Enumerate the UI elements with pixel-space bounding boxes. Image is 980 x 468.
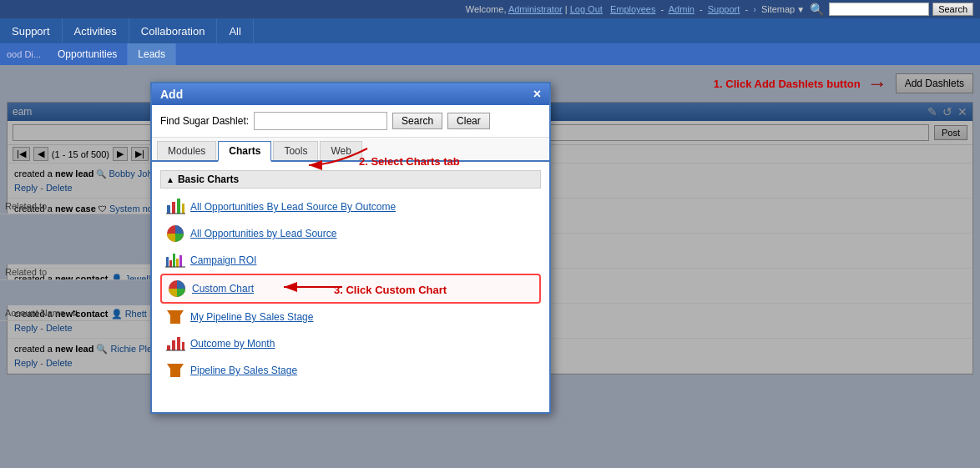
next-link: › — [753, 4, 756, 14]
funnel-icon-1 — [165, 307, 185, 327]
chart-link-3[interactable]: Campaign ROI — [190, 254, 256, 266]
svg-rect-2 — [177, 199, 180, 214]
bar-chart-icon-1 — [165, 197, 185, 217]
dashlet-search-input[interactable] — [254, 112, 387, 130]
admin-nav-link[interactable]: Admin — [669, 4, 695, 14]
svg-rect-17 — [182, 342, 184, 350]
sitemap-chevron-icon: ▼ — [796, 5, 805, 14]
svg-rect-16 — [177, 337, 180, 350]
main-content: 1. Click Add Dashlets button → Add Dashl… — [0, 65, 980, 468]
breadcrumb: ood Di... — [0, 43, 48, 65]
chart-link-2[interactable]: All Opportunities by Lead Source — [190, 228, 336, 239]
modal-title: Add — [160, 88, 183, 101]
chart-item-opp-by-lead-source-outcome[interactable]: All Opportunities By Lead Source By Outc… — [160, 194, 541, 220]
chart-item-custom-chart[interactable]: Custom Chart — [160, 274, 541, 304]
tab-charts[interactable]: Charts — [218, 141, 271, 162]
search-icon: 🔍 — [810, 3, 824, 16]
funnel-icon-2 — [165, 360, 185, 380]
support-link[interactable]: Support — [708, 4, 740, 14]
bar-chart-icon-3 — [165, 334, 185, 354]
chart-item-outcome-month[interactable]: Outcome by Month — [160, 330, 541, 357]
welcome-text: Welcome, Administrator | Log Out Employe… — [466, 4, 756, 14]
sub-item-leads[interactable]: Leads — [128, 43, 176, 65]
employees-link[interactable]: Employees — [610, 4, 655, 14]
top-search-area: Search — [829, 3, 973, 16]
top-bar: Welcome, Administrator | Log Out Employe… — [0, 0, 980, 18]
pie-chart-icon-1 — [165, 224, 185, 244]
modal-close-button[interactable]: × — [533, 88, 541, 101]
chart-item-pipeline-sales-stage-2[interactable]: Pipeline By Sales Stage — [160, 357, 541, 384]
tab-tools[interactable]: Tools — [273, 141, 318, 160]
sub-item-opportunities[interactable]: Opportunities — [48, 43, 128, 65]
modal-tabs: Modules Charts Tools Web — [152, 138, 549, 162]
svg-marker-19 — [167, 364, 184, 377]
sitemap-link[interactable]: Sitemap ▼ — [761, 4, 805, 14]
nav-item-all[interactable]: All — [217, 18, 253, 43]
modal-body: ▲ Basic Charts All Opportunities By Lead… — [152, 162, 549, 412]
svg-rect-15 — [172, 340, 175, 350]
chart-link-4[interactable]: Custom Chart — [192, 283, 254, 294]
modal-search-bar: Find Sugar Dashlet: Search Clear — [152, 105, 549, 138]
top-search-button[interactable]: Search — [932, 3, 973, 16]
tab-modules[interactable]: Modules — [157, 141, 216, 160]
svg-rect-3 — [182, 204, 184, 214]
svg-rect-7 — [169, 260, 172, 267]
basic-charts-section: ▲ Basic Charts — [160, 170, 541, 189]
chart-link-6[interactable]: Outcome by Month — [190, 338, 275, 350]
bar-chart-icon-2 — [165, 250, 185, 270]
svg-rect-9 — [176, 259, 179, 267]
chart-link-5[interactable]: My Pipeline By Sales Stage — [190, 311, 313, 323]
pie-chart-icon-custom — [167, 279, 187, 299]
dashlet-clear-button[interactable]: Clear — [447, 113, 490, 129]
svg-marker-13 — [167, 310, 184, 324]
chart-link-1[interactable]: All Opportunities By Lead Source By Outc… — [190, 201, 396, 213]
dashlet-search-button[interactable]: Search — [392, 113, 442, 129]
svg-rect-8 — [173, 254, 175, 267]
nav-bar: Support Activities Collaboration All — [0, 18, 980, 43]
search-label: Find Sugar Dashlet: — [160, 115, 249, 127]
nav-item-collaboration[interactable]: Collaboration — [129, 18, 218, 43]
collapse-arrow-icon: ▲ — [166, 175, 174, 184]
svg-rect-1 — [172, 202, 175, 214]
svg-rect-0 — [167, 205, 170, 214]
nav-item-activities[interactable]: Activities — [63, 18, 129, 43]
chart-item-pipeline-sales-stage[interactable]: My Pipeline By Sales Stage — [160, 304, 541, 330]
modal-title-bar: Add × — [152, 83, 549, 105]
sub-nav: ood Di... Opportunities Leads — [0, 43, 980, 65]
section-title: Basic Charts — [178, 174, 239, 185]
chart-link-7[interactable]: Pipeline By Sales Stage — [190, 365, 297, 376]
svg-rect-10 — [179, 255, 182, 267]
nav-item-support[interactable]: Support — [0, 18, 63, 43]
chart-item-opp-by-lead-source[interactable]: All Opportunities by Lead Source — [160, 220, 541, 247]
top-search-input[interactable] — [829, 3, 929, 16]
svg-rect-14 — [167, 345, 170, 350]
logout-link[interactable]: Log Out — [570, 4, 603, 14]
tab-web[interactable]: Web — [320, 141, 361, 160]
add-dashlet-modal: Add × Find Sugar Dashlet: Search Clear M… — [150, 82, 551, 414]
chart-item-campaign-roi[interactable]: Campaign ROI — [160, 247, 541, 274]
svg-rect-6 — [166, 257, 169, 267]
admin-link[interactable]: Administrator — [508, 4, 563, 14]
